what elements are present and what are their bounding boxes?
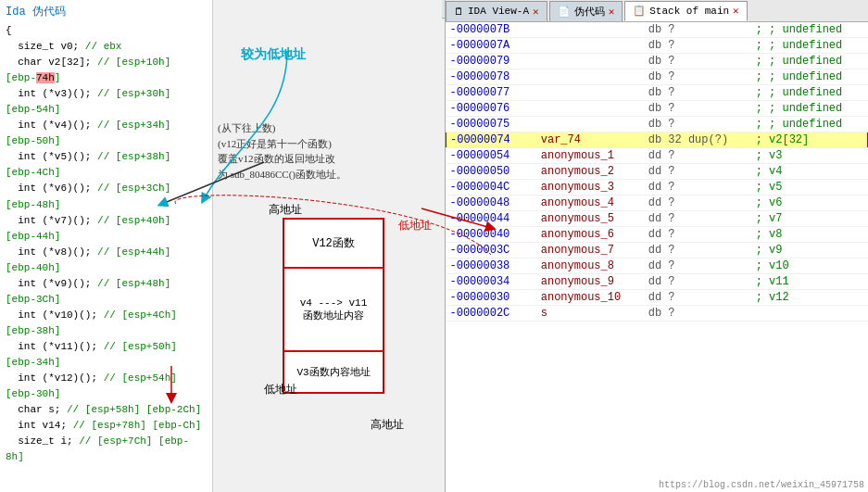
table-row: -0000004Canonymous_3dd ?; v5 (447, 180, 868, 196)
comment-cell: ; v12 (752, 290, 868, 306)
code-block: { size_t v0; // ebx char v2[32]; // [esp… (6, 23, 207, 465)
addr-cell: -00000030 (447, 290, 537, 306)
name-cell (537, 69, 645, 85)
table-row: -00000074var_74db 32 dup(?); v2[32] (447, 132, 868, 148)
code-line-14: int v14; // [esp+78h] [ebp-Ch] (6, 418, 207, 434)
table-row: -00000076db ?; ; undefined (447, 101, 868, 117)
tab-ida-view[interactable]: 🗒 IDA View-A ✕ (446, 1, 547, 21)
type-cell: dd ? (645, 196, 752, 211)
low-addr-label: 低地址 (398, 218, 432, 233)
tab-icon-stack: 📋 (633, 5, 646, 17)
tab-label-ida: IDA View-A (468, 6, 529, 17)
addr-cell: -0000003C (447, 243, 537, 259)
table-row: -00000050anonymous_2dd ?; v4 (447, 164, 868, 180)
code-line-10: int (*v10)(); // [esp+4Ch] [ebp-38h] (6, 308, 207, 339)
table-row: -00000034anonymous_9dd ?; v11 (447, 274, 868, 290)
low-addr-label-bot: 低地址 (264, 382, 297, 397)
comment-cell: ; v4 (752, 164, 868, 180)
code-line-8: int (*v8)(); // [esp+44h] [ebp-40h] (6, 245, 207, 276)
type-cell: db ? (645, 22, 752, 38)
code-line-5: int (*v5)(); // [esp+38h] [ebp-4Ch] (6, 149, 207, 181)
name-cell: anonymous_3 (537, 180, 645, 196)
type-cell: dd ? (645, 290, 752, 306)
name-cell (537, 85, 645, 101)
name-cell: s (537, 306, 645, 322)
addr-cell: -00000075 (447, 117, 537, 132)
comment-cell: ; v11 (752, 274, 868, 290)
table-row: -00000048anonymous_4dd ?; v6 (447, 196, 868, 211)
left-panel: Ida 伪代码 { size_t v0; // ebx char v2[32];… (0, 0, 213, 492)
stack-diagram: V12函数 v4 ---> v11 函数地址内容 V3函数内容地址 (283, 218, 384, 394)
panel-label: Ida 伪代码 (6, 4, 207, 19)
name-cell: anonymous_9 (537, 274, 645, 290)
comment-cell (752, 306, 868, 322)
table-row: -00000079db ?; ; undefined (447, 54, 868, 69)
code-line-7: int (*v7)(); // [esp+40h] [ebp-44h] (6, 213, 207, 245)
comment-cell: ; v9 (752, 243, 868, 259)
type-cell: dd ? (645, 211, 752, 227)
addr-cell: -0000007A (447, 38, 537, 54)
type-cell: db ? (645, 306, 752, 322)
addr-cell: -00000054 (447, 148, 537, 164)
type-cell: dd ? (645, 180, 752, 196)
code-line-1: size_t v0; // ebx (6, 39, 207, 55)
addr-cell: -00000077 (447, 85, 537, 101)
code-line-12: int (*v12)(); // [esp+54h] [ebp-30h] (6, 371, 207, 402)
tab-close-ida[interactable]: ✕ (533, 6, 539, 18)
ida-table: -0000007Bdb ?; ; undefined-0000007Adb ?;… (446, 22, 868, 322)
tab-close-stack[interactable]: ✕ (733, 5, 739, 17)
code-line-9: int (*v9)(); // [esp+48h] [ebp-3Ch] (6, 276, 207, 308)
table-row: -00000030anonymous_10dd ?; v12 (447, 290, 868, 306)
code-line-15: size_t i; // [esp+7Ch] [ebp-8h] (6, 434, 207, 465)
comment-cell: ; ; undefined (752, 38, 868, 54)
comment-cell: ; v5 (752, 180, 868, 196)
type-cell: dd ? (645, 243, 752, 259)
addr-cell: -00000050 (447, 164, 537, 180)
addr-cell: -00000044 (447, 211, 537, 227)
ida-table-container[interactable]: -0000007Bdb ?; ; undefined-0000007Adb ?;… (446, 22, 868, 322)
type-cell: db 32 dup(?) (645, 132, 752, 148)
tab-icon-pseudo: 📄 (558, 6, 571, 18)
code-line-0: { (6, 23, 207, 39)
name-cell (537, 54, 645, 69)
name-cell: anonymous_2 (537, 164, 645, 180)
tab-bar: 🗒 IDA View-A ✕ 📄 伪代码 ✕ 📋 Stack of main ✕ (446, 0, 868, 22)
tab-stack[interactable]: 📋 Stack of main ✕ (624, 1, 747, 21)
tab-label-stack: Stack of main (649, 6, 729, 17)
table-row: -00000075db ?; ; undefined (447, 117, 868, 132)
comment-cell: ; v6 (752, 196, 868, 211)
comment-cell: ; ; undefined (752, 117, 868, 132)
ann-line4: 为 sub_80486CC()函数地址。 (218, 167, 346, 183)
middle-panel: 较为低地址 (从下往上数) (v12正好是第十一个函数) 覆盖v12函数的返回地… (213, 19, 445, 492)
type-cell: db ? (645, 101, 752, 117)
type-cell: db ? (645, 117, 752, 132)
stack-mid-label2: 函数地址内容 (303, 309, 364, 322)
addr-cell: -0000002C (447, 306, 537, 322)
addr-cell: -00000048 (447, 196, 537, 211)
tab-label-pseudo: 伪代码 (574, 5, 605, 19)
name-cell: anonymous_5 (537, 211, 645, 227)
name-cell (537, 117, 645, 132)
tab-close-pseudo[interactable]: ✕ (609, 6, 615, 18)
type-cell: dd ? (645, 227, 752, 243)
addr-cell: -00000078 (447, 69, 537, 85)
addr-cell: -00000074 (447, 132, 537, 148)
annotation-low-addr-top: 较为低地址 (241, 46, 306, 63)
table-row: -0000007Bdb ?; ; undefined (447, 22, 868, 38)
addr-cell: -00000038 (447, 259, 537, 274)
comment-cell: ; ; undefined (752, 54, 868, 69)
comment-cell: ; v8 (752, 227, 868, 243)
ann-line1: (从下往上数) (218, 120, 346, 136)
stack-mid-label1: v4 ---> v11 (300, 297, 368, 309)
ann-line3: 覆盖v12函数的返回地址改 (218, 151, 346, 167)
name-cell: anonymous_1 (537, 148, 645, 164)
type-cell: db ? (645, 54, 752, 69)
tab-pseudocode[interactable]: 📄 伪代码 ✕ (549, 1, 623, 21)
addr-cell: -00000079 (447, 54, 537, 69)
code-line-11: int (*v11)(); // [esp+50h] [ebp-34h] (6, 339, 207, 371)
tab-icon-ida: 🗒 (454, 6, 464, 18)
table-row: -0000002Csdb ? (447, 306, 868, 322)
name-cell: anonymous_4 (537, 196, 645, 211)
comment-cell: ; v7 (752, 211, 868, 227)
table-row: -0000003Canonymous_7dd ?; v9 (447, 243, 868, 259)
